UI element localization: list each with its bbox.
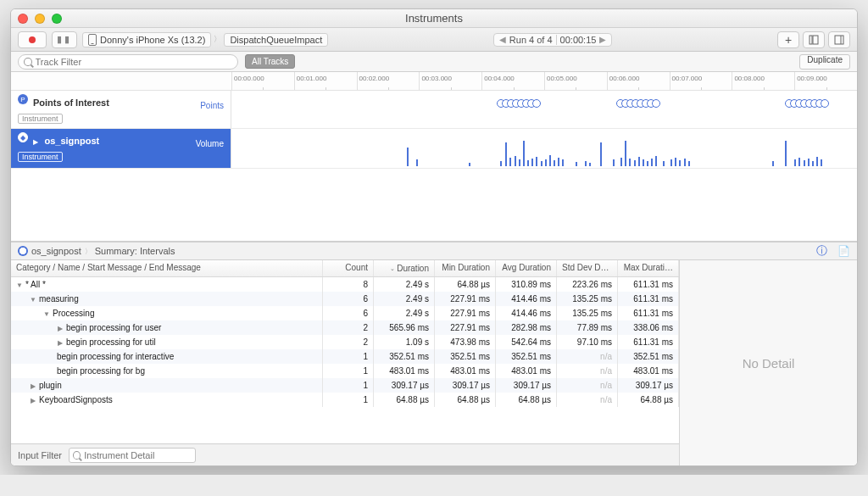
sidebar-toggle-button[interactable] (828, 31, 850, 48)
col-duration[interactable]: ⌄Duration (374, 260, 435, 276)
signpost-bar (620, 158, 622, 166)
device-selector[interactable]: Donny's iPhone Xs (13.2) (82, 32, 211, 47)
signpost-bar (541, 161, 542, 166)
table-row[interactable]: ▶plugin1309.17 µs309.17 µs309.17 µsn/a30… (11, 378, 679, 393)
cell-std: 223.26 ms (557, 277, 618, 292)
signpost-bar (549, 155, 551, 166)
signpost-bar (531, 159, 533, 166)
table-row[interactable]: begin processing for interactive1352.51 … (11, 349, 679, 364)
cell-max: 611.31 ms (618, 306, 679, 320)
disclosure-triangle-icon[interactable]: ▼ (30, 296, 36, 304)
disclosure-triangle-icon[interactable]: ▶ (57, 339, 64, 347)
table-row[interactable]: begin processing for bg1483.01 ms483.01 … (11, 364, 679, 378)
cell-count: 1 (323, 364, 374, 378)
ruler-tick: 00:09.000 (794, 72, 857, 90)
signpost-bar (638, 157, 640, 166)
table-row[interactable]: ▶begin processing for util21.09 s473.98 … (11, 335, 679, 349)
all-tracks-button[interactable]: All Tracks (245, 54, 295, 69)
signpost-bar (794, 159, 796, 166)
titlebar: Instruments (11, 9, 857, 28)
col-count[interactable]: Count (323, 260, 374, 276)
time-ruler[interactable]: 00:00.00000:01.00000:02.00000:03.00000:0… (11, 72, 857, 91)
track-os-signpost[interactable]: ◆ ▶ os_signpost Volume Instrument (11, 129, 857, 169)
signpost-canvas[interactable] (231, 129, 857, 168)
breadcrumb: Donny's iPhone Xs (13.2) 〉 DispatchQueue… (82, 32, 328, 47)
timeline: 00:00.00000:01.00000:02.00000:03.00000:0… (11, 72, 857, 242)
table-row[interactable]: ▼Processing62.49 s227.91 ms414.46 ms135.… (11, 306, 679, 320)
crumb-b[interactable]: Summary: Intervals (95, 246, 175, 256)
table-header: Category / Name / Start Message / End Me… (11, 260, 679, 277)
ruler-tick: 00:06.000 (607, 72, 670, 90)
crumb-a[interactable]: os_signpost (31, 246, 81, 256)
disclosure-triangle-icon[interactable]: ▼ (16, 281, 23, 289)
record-button[interactable] (18, 31, 47, 48)
cell-count: 1 (323, 378, 374, 393)
col-max[interactable]: Max Durati… (618, 260, 679, 276)
disclosure-triangle-icon[interactable]: ▼ (43, 310, 50, 318)
table-row[interactable]: ▶begin processing for user2565.96 ms227.… (11, 320, 679, 335)
table-row[interactable]: ▶KeyboardSignposts164.88 µs64.88 µs64.88… (11, 393, 679, 407)
detail-side-panel: No Detail (679, 260, 857, 465)
table-body[interactable]: ▼* All *82.49 s64.88 µs310.89 ms223.26 m… (11, 277, 679, 443)
bottom-bar: Input Filter (11, 443, 679, 465)
row-name: Processing (53, 309, 94, 318)
signpost-bar (505, 142, 507, 166)
row-name: begin processing for user (66, 323, 161, 332)
detail-filter-field[interactable] (84, 450, 192, 460)
ruler-tick: 00:03.000 (419, 72, 481, 90)
cell-count: 2 (323, 335, 374, 349)
disclosure-triangle-icon[interactable]: ▶ (30, 397, 36, 404)
disclosure-triangle-icon[interactable]: ▶ (30, 382, 36, 390)
run-next-button[interactable]: ▶ (599, 35, 606, 44)
poi-canvas[interactable] (231, 91, 857, 121)
duplicate-button[interactable]: Duplicate (799, 54, 850, 70)
table-row[interactable]: ▼* All *82.49 s64.88 µs310.89 ms223.26 m… (11, 277, 679, 292)
track-filter-input[interactable] (18, 54, 238, 70)
process-selector[interactable]: DispatchQueueImpact (224, 33, 328, 47)
signpost-bar (651, 159, 653, 166)
track-poi[interactable]: P Points of Interest Points Instrument (11, 91, 857, 129)
disclosure-triangle-icon[interactable]: ▶ (33, 138, 38, 146)
document-icon[interactable]: 📄 (837, 245, 850, 257)
row-name: begin processing for bg (57, 366, 145, 376)
strategy-view-button[interactable] (803, 31, 825, 48)
signpost-bar (519, 159, 520, 166)
intervals-table: Category / Name / Start Message / End Me… (11, 260, 679, 465)
add-button[interactable]: + (777, 31, 799, 48)
cell-min: 473.98 ms (435, 335, 496, 349)
signpost-bar (558, 158, 559, 166)
cell-min: 227.91 ms (435, 320, 496, 335)
cell-count: 6 (323, 292, 374, 306)
detail-area: Category / Name / Start Message / End Me… (11, 260, 857, 465)
signpost-bar (785, 141, 787, 166)
cell-dur: 483.01 ms (374, 364, 435, 378)
col-avg[interactable]: Avg Duration (496, 260, 557, 276)
poi-cluster (788, 99, 829, 108)
info-icon[interactable]: ⓘ (816, 243, 827, 259)
run-prev-button[interactable]: ◀ (499, 35, 506, 44)
ruler-tick: 00:02.000 (357, 72, 420, 90)
signpost-bar (585, 161, 587, 166)
col-min[interactable]: Min Duration (435, 260, 496, 276)
table-row[interactable]: ▼measuring62.49 s227.91 ms414.46 ms135.2… (11, 292, 679, 306)
signpost-bar (509, 158, 511, 166)
signpost-bar (798, 158, 800, 166)
instrument-badge: Instrument (18, 114, 63, 124)
col-std[interactable]: Std Dev Du… (557, 260, 618, 276)
signpost-bar (589, 163, 591, 166)
signpost-icon: ◆ (18, 132, 28, 142)
input-filter-label: Input Filter (18, 450, 62, 460)
track-filter-field[interactable] (36, 57, 232, 67)
process-name: DispatchQueueImpact (230, 35, 322, 45)
cell-dur: 309.17 µs (374, 378, 435, 393)
cell-count: 2 (323, 320, 374, 335)
signpost-bar (536, 157, 537, 166)
chevron-right-icon: 〉 (214, 34, 221, 45)
ruler-tick: 00:04.000 (481, 72, 544, 90)
col-name[interactable]: Category / Name / Start Message / End Me… (11, 260, 323, 276)
cell-std: 77.89 ms (557, 320, 618, 335)
svg-rect-0 (810, 36, 812, 44)
detail-filter-input[interactable] (69, 448, 196, 463)
disclosure-triangle-icon[interactable]: ▶ (57, 325, 64, 332)
pause-button[interactable]: ▮▮ (52, 31, 77, 48)
